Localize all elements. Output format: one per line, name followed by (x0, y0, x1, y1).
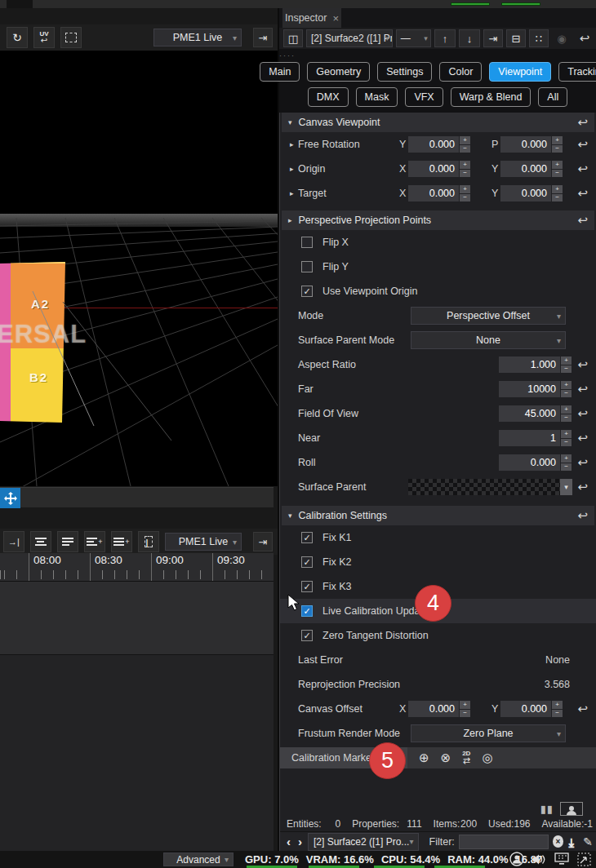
surface-parent-mode-select[interactable]: None (411, 331, 566, 349)
expander-closed-icon[interactable]: ▸ (290, 189, 298, 197)
spinner-down[interactable]: − (460, 194, 470, 202)
edit-icon[interactable]: ✎ (583, 835, 593, 848)
pin-icon[interactable]: ⇥ (564, 838, 579, 846)
spinner-up[interactable]: + (460, 136, 470, 144)
nav-prev-icon[interactable]: ‹ (285, 835, 292, 848)
reset-icon[interactable]: ↩ (577, 382, 588, 396)
tab-all[interactable]: All (538, 87, 567, 107)
align-tracks-icon[interactable] (30, 531, 51, 552)
add-layer-icon[interactable]: + (111, 531, 132, 552)
number-input[interactable]: 1 (499, 430, 560, 446)
spinner-up[interactable]: + (552, 161, 563, 169)
spinner-down[interactable]: − (460, 170, 470, 178)
tab-tracking[interactable]: Tracking (558, 62, 596, 82)
tab-dmx[interactable]: DMX (308, 87, 349, 107)
tab-color[interactable]: Color (439, 62, 482, 82)
tab-viewpoint[interactable]: Viewpoint (489, 62, 551, 82)
spinner-up[interactable]: + (552, 185, 563, 193)
viewport-3d[interactable]: A2 B2 ERSAL (0, 51, 278, 486)
number-input[interactable]: 0.000 (408, 701, 459, 717)
reset-icon[interactable]: ↩ (577, 508, 588, 523)
number-input[interactable]: 0.000 (408, 136, 459, 153)
range-select-icon[interactable]: I (138, 531, 159, 552)
spinner-down[interactable]: − (460, 145, 470, 153)
fullscreen-icon[interactable] (577, 852, 591, 866)
filter-input[interactable] (459, 835, 549, 849)
speaker-icon[interactable] (532, 853, 546, 866)
tab-warp-blend[interactable]: Warp & Blend (451, 87, 532, 107)
preview-person-icon[interactable] (560, 802, 583, 816)
number-input[interactable]: 0.000 (499, 454, 560, 471)
reset-icon[interactable]: ↩ (577, 406, 588, 421)
spinner-up[interactable]: + (552, 701, 563, 709)
number-input[interactable]: 0.000 (500, 185, 551, 202)
move-up-icon[interactable]: ↑ (434, 29, 456, 47)
spinner-up[interactable]: + (561, 454, 572, 463)
timeline-track-area[interactable] (0, 581, 274, 654)
number-input[interactable]: 10000 (499, 381, 560, 397)
spinner-up[interactable]: + (561, 381, 572, 389)
reset-icon[interactable]: ↩ (577, 480, 588, 494)
swap-2d-icon[interactable]: 2D⇄ (462, 751, 470, 765)
expander-closed-icon[interactable]: ▸ (290, 165, 298, 173)
target-select[interactable]: [2] Surface2 ([1] Prc (306, 29, 393, 47)
section-calibration-settings[interactable]: ▾ Calibration Settings ↩ (282, 506, 594, 525)
checkbox[interactable] (301, 261, 313, 272)
move-down-icon[interactable]: ↓ (459, 29, 480, 47)
spinner-down[interactable]: − (552, 145, 563, 153)
spinner-down[interactable]: − (552, 170, 563, 178)
tab-mask[interactable]: Mask (356, 87, 398, 107)
spinner-up[interactable]: + (460, 701, 470, 709)
number-input[interactable]: 0.000 (408, 161, 459, 177)
checkbox[interactable]: ✓ (301, 581, 313, 592)
checkbox[interactable]: ✓ (301, 532, 313, 543)
reset-icon[interactable]: ↩ (577, 357, 588, 372)
tab-vfx[interactable]: VFX (405, 87, 443, 107)
user-icon[interactable] (509, 852, 524, 866)
center-view-icon[interactable]: ◎ (482, 751, 492, 765)
pan-tool-icon[interactable] (0, 488, 20, 508)
checkbox[interactable]: ✓ (301, 556, 313, 568)
eye-icon[interactable]: ◉ (552, 29, 572, 47)
spinner-down[interactable]: − (552, 710, 563, 718)
display-icon[interactable] (554, 852, 569, 866)
reset-icon[interactable]: ↩ (577, 455, 588, 470)
spinner-down[interactable]: − (460, 710, 470, 718)
spinner-down[interactable]: − (552, 194, 563, 202)
pause-icon[interactable]: ▮▮ (540, 803, 554, 815)
add-track-icon[interactable]: + (84, 531, 105, 552)
tab-settings[interactable]: Settings (377, 62, 432, 82)
add-marker-icon[interactable]: ⊕ (419, 751, 429, 765)
uv-mode-icon[interactable]: UV↩ (33, 27, 55, 48)
reset-icon[interactable]: ↩ (577, 137, 588, 152)
mode-select[interactable]: Perspective Offset (411, 307, 566, 325)
spinner-up[interactable]: + (552, 136, 563, 144)
section-canvas-viewpoint[interactable]: ▾ Canvas Viewpoint ↩ (282, 113, 594, 132)
reset-all-icon[interactable]: ↩ (575, 29, 594, 47)
secondary-select[interactable]: — (396, 29, 431, 47)
pin-icon[interactable]: ⇥ (483, 29, 503, 47)
multi-select-icon[interactable]: ∷ (529, 29, 549, 47)
spinner-down[interactable]: − (561, 390, 572, 398)
number-input[interactable]: 0.000 (500, 701, 551, 717)
checkbox[interactable]: ✓ (301, 286, 313, 297)
checkbox[interactable] (301, 237, 313, 248)
spinner-up[interactable]: + (561, 430, 572, 438)
pin-icon[interactable]: ⇥ (253, 532, 273, 551)
marquee-select-icon[interactable] (60, 27, 82, 48)
timeline-ruler[interactable]: 08:00 08:30 09:00 09:30 (0, 553, 274, 581)
reset-icon[interactable]: ↩ (577, 702, 588, 716)
target-history-select[interactable]: [2] Surface2 ([1] Pro... (308, 833, 419, 851)
surface-parent-value[interactable] (408, 479, 560, 495)
checkbox[interactable]: ✓ (301, 630, 313, 641)
frame-icon[interactable]: ◫ (283, 29, 303, 47)
number-input[interactable]: 0.000 (408, 185, 459, 202)
clear-filter-icon[interactable]: × (553, 835, 563, 848)
spinner-up[interactable]: + (460, 185, 470, 193)
spinner-up[interactable]: + (561, 405, 572, 414)
spinner-down[interactable]: − (561, 439, 572, 447)
spinner-up[interactable]: + (561, 356, 572, 365)
number-input[interactable]: 45.000 (499, 405, 560, 422)
chevron-down-icon[interactable]: ▾ (560, 479, 572, 495)
nav-next-icon[interactable]: › (296, 835, 304, 848)
